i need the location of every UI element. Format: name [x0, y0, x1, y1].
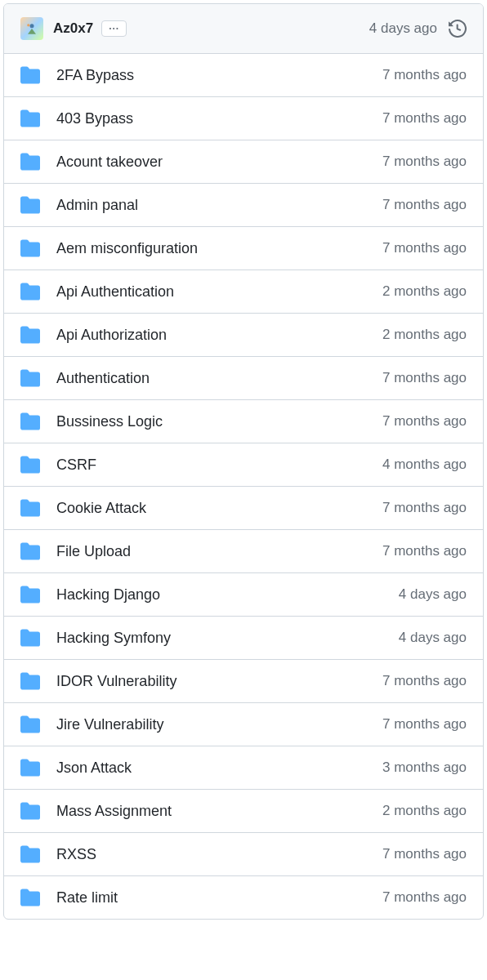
repo-file-browser: Az0x7 ··· 4 days ago 2FA Bypass7 months … [3, 3, 484, 920]
table-row[interactable]: Admin panal7 months ago [4, 184, 483, 227]
header-right: 4 days ago [369, 20, 467, 38]
folder-icon [20, 152, 40, 172]
table-row[interactable]: Authentication7 months ago [4, 357, 483, 400]
folder-icon [20, 585, 40, 604]
file-name[interactable]: Bussiness Logic [56, 413, 382, 430]
more-button[interactable]: ··· [101, 20, 127, 37]
folder-icon [20, 498, 40, 518]
file-time: 3 months ago [382, 760, 467, 776]
table-row[interactable]: Hacking Symfony4 days ago [4, 617, 483, 660]
file-name[interactable]: Hacking Django [56, 586, 399, 604]
table-row[interactable]: IDOR Vulnerability7 months ago [4, 660, 483, 703]
table-row[interactable]: CSRF4 months ago [4, 443, 483, 487]
svg-point-1 [27, 24, 29, 26]
file-name[interactable]: Aem misconfiguration [56, 240, 382, 257]
file-list: 2FA Bypass7 months ago 403 Bypass7 month… [4, 54, 483, 919]
folder-icon [20, 671, 40, 691]
file-name[interactable]: Jire Vulnerability [56, 716, 382, 733]
file-time: 7 months ago [382, 413, 467, 430]
file-time: 4 months ago [382, 457, 467, 473]
folder-icon [20, 412, 40, 431]
file-time: 7 months ago [382, 543, 467, 559]
table-row[interactable]: Mass Assignment2 months ago [4, 790, 483, 833]
file-name[interactable]: Rate limit [56, 889, 382, 906]
table-row[interactable]: Json Attack3 months ago [4, 746, 483, 790]
file-time: 7 months ago [382, 370, 467, 386]
folder-icon [20, 195, 40, 215]
table-row[interactable]: RXSS7 months ago [4, 833, 483, 876]
table-row[interactable]: File Upload7 months ago [4, 530, 483, 573]
table-row[interactable]: Cookie Attack7 months ago [4, 487, 483, 530]
avatar[interactable] [20, 17, 43, 40]
file-time: 2 months ago [382, 803, 467, 819]
file-name[interactable]: Cookie Attack [56, 500, 382, 517]
file-name[interactable]: Admin panal [56, 197, 382, 214]
table-row[interactable]: Hacking Django4 days ago [4, 573, 483, 617]
table-row[interactable]: Rate limit7 months ago [4, 876, 483, 919]
folder-icon [20, 368, 40, 388]
file-time: 2 months ago [382, 283, 467, 300]
file-name[interactable]: CSRF [56, 457, 382, 474]
file-name[interactable]: IDOR Vulnerability [56, 673, 382, 690]
folder-icon [20, 325, 40, 345]
file-name[interactable]: Api Authorization [56, 327, 382, 344]
table-row[interactable]: Api Authorization2 months ago [4, 314, 483, 357]
file-name[interactable]: Acount takeover [56, 154, 382, 171]
folder-icon [20, 238, 40, 258]
file-name[interactable]: Json Attack [56, 760, 382, 777]
file-time: 4 days ago [399, 630, 467, 646]
file-time: 7 months ago [382, 716, 467, 733]
commit-header: Az0x7 ··· 4 days ago [4, 4, 483, 54]
table-row[interactable]: 2FA Bypass7 months ago [4, 54, 483, 97]
file-time: 7 months ago [382, 673, 467, 689]
file-name[interactable]: Hacking Symfony [56, 630, 399, 647]
table-row[interactable]: 403 Bypass7 months ago [4, 97, 483, 140]
folder-icon [20, 65, 40, 85]
table-row[interactable]: Aem misconfiguration7 months ago [4, 227, 483, 270]
folder-icon [20, 282, 40, 301]
file-name[interactable]: RXSS [56, 846, 382, 863]
file-time: 7 months ago [382, 500, 467, 516]
history-icon[interactable] [449, 20, 467, 38]
file-time: 7 months ago [382, 110, 467, 127]
last-commit-time: 4 days ago [369, 20, 437, 37]
username-link[interactable]: Az0x7 [53, 20, 93, 37]
file-time: 7 months ago [382, 240, 467, 256]
file-time: 7 months ago [382, 846, 467, 862]
table-row[interactable]: Api Authentication2 months ago [4, 270, 483, 314]
folder-icon [20, 455, 40, 474]
folder-icon [20, 844, 40, 864]
file-name[interactable]: Authentication [56, 370, 382, 387]
folder-icon [20, 801, 40, 821]
file-name[interactable]: 403 Bypass [56, 110, 382, 127]
folder-icon [20, 888, 40, 907]
file-time: 4 days ago [399, 586, 467, 603]
file-time: 7 months ago [382, 154, 467, 170]
file-time: 7 months ago [382, 889, 467, 906]
file-name[interactable]: 2FA Bypass [56, 67, 382, 84]
file-name[interactable]: Mass Assignment [56, 803, 382, 820]
folder-icon [20, 758, 40, 777]
file-time: 7 months ago [382, 197, 467, 213]
file-name[interactable]: Api Authentication [56, 283, 382, 301]
table-row[interactable]: Bussiness Logic7 months ago [4, 400, 483, 443]
file-time: 7 months ago [382, 67, 467, 83]
folder-icon [20, 109, 40, 128]
table-row[interactable]: Acount takeover7 months ago [4, 140, 483, 184]
folder-icon [20, 541, 40, 561]
svg-point-0 [30, 24, 34, 28]
table-row[interactable]: Jire Vulnerability7 months ago [4, 703, 483, 746]
file-time: 2 months ago [382, 327, 467, 343]
file-name[interactable]: File Upload [56, 543, 382, 560]
folder-icon [20, 628, 40, 648]
folder-icon [20, 715, 40, 734]
